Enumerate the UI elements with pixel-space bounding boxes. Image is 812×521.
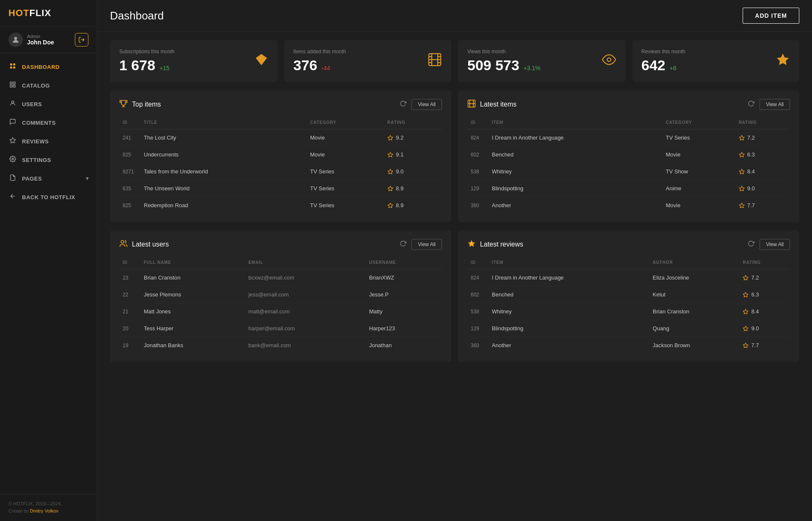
cell-category: Movie — [307, 146, 384, 163]
cell-rating: 9.2 — [384, 129, 442, 146]
cell-title: Tales from the Underworld — [140, 163, 307, 180]
sidebar-label-back: BACK TO HOTFLIX — [22, 194, 75, 200]
col-author: AUTHOR — [649, 258, 739, 269]
col-id: ID — [467, 258, 488, 269]
stat-views-change: +3.1% — [524, 65, 540, 71]
pages-icon — [8, 174, 17, 183]
cell-id: 538 — [467, 303, 488, 320]
cell-id: 129 — [467, 180, 488, 197]
svg-point-38 — [121, 240, 124, 243]
sidebar-item-back[interactable]: BACK TO HOTFLIX — [0, 188, 97, 206]
cell-rating: 6.3 — [739, 286, 790, 303]
col-category: CATEGORY — [662, 118, 735, 129]
stat-reviews-change: +8 — [669, 65, 676, 71]
cell-item: Whitney — [488, 163, 662, 180]
cell-id: 824 — [467, 269, 488, 286]
cell-rating: 8.4 — [739, 303, 790, 320]
table-row: 824 I Dream in Another Language Eliza Jo… — [467, 269, 790, 286]
table-row: 129 Blindspotting Anime 9.0 — [467, 180, 790, 197]
cell-rating: 8.4 — [735, 163, 790, 180]
table-row: 635 The Unseen World TV Series 8.9 — [119, 180, 442, 197]
eye-icon — [602, 52, 616, 70]
latest-items-panel: Latest items View All ID ITEM CATEGORY R… — [458, 90, 799, 222]
cell-category: Movie — [662, 146, 735, 163]
cell-username: Jonathan — [366, 337, 442, 354]
cell-item: I Dream in Another Language — [488, 129, 662, 146]
col-id: ID — [119, 258, 140, 269]
user-info: Admin John Doe — [8, 33, 54, 47]
top-panels-row: Top items View All ID TITLE CATEGORY RAT… — [97, 90, 812, 230]
svg-point-12 — [12, 158, 14, 160]
cell-category: Movie — [307, 129, 384, 146]
latest-users-title: Latest users — [132, 241, 169, 248]
svg-point-22 — [607, 58, 611, 61]
cell-rating: 8.9 — [384, 197, 442, 214]
sidebar-item-settings[interactable]: SETTINGS — [0, 151, 97, 169]
cell-id: 824 — [467, 129, 488, 146]
stat-subscriptions-value: 1 678 +15 — [119, 57, 268, 74]
cell-id: 360 — [467, 197, 488, 214]
settings-icon — [8, 156, 17, 164]
stat-subscriptions-label: Subscriptions this month — [119, 49, 268, 55]
latest-reviews-panel: Latest reviews View All ID ITEM AUTHOR R… — [458, 230, 799, 362]
cell-rating: 7.2 — [735, 129, 790, 146]
svg-rect-8 — [10, 85, 12, 87]
sidebar-item-pages[interactable]: PAGES ▾ — [0, 169, 97, 188]
stat-subscriptions: Subscriptions this month 1 678 +15 — [110, 40, 277, 82]
svg-marker-11 — [10, 137, 15, 143]
stat-views: Views this month 509 573 +3.1% — [458, 40, 625, 82]
table-row: 129 Blindspotting Quang 9.0 — [467, 320, 790, 337]
latest-users-refresh-button[interactable] — [400, 240, 406, 249]
sidebar-item-catalog[interactable]: CATALOG — [0, 76, 97, 95]
latest-items-view-all-button[interactable]: View All — [760, 99, 790, 110]
cell-name: Tess Harper — [140, 320, 245, 337]
svg-marker-39 — [468, 240, 475, 247]
latest-items-title: Latest items — [480, 101, 516, 108]
cell-title: The Lost City — [140, 129, 307, 146]
cell-author: Jackson Brown — [649, 337, 739, 354]
reviews-icon — [8, 137, 17, 145]
col-id: ID — [467, 118, 488, 129]
star-icon — [776, 52, 790, 70]
sidebar-item-reviews[interactable]: REVIEWS — [0, 132, 97, 151]
table-row: 538 Whitney Brian Cranston 8.4 — [467, 303, 790, 320]
top-items-view-all-button[interactable]: View All — [411, 99, 442, 110]
latest-items-refresh-button[interactable] — [748, 100, 754, 109]
stat-items-change: -44 — [321, 65, 330, 71]
cell-id: 19 — [119, 337, 140, 354]
latest-reviews-view-all-button[interactable]: View All — [760, 239, 790, 250]
catalog-icon — [8, 81, 17, 90]
cell-item: Another — [488, 337, 649, 354]
latest-items-table: ID ITEM CATEGORY RATING 824 I Dream in A… — [467, 118, 790, 214]
cell-id: 602 — [467, 146, 488, 163]
latest-reviews-refresh-button[interactable] — [748, 240, 754, 249]
trophy-icon — [119, 99, 128, 110]
table-row: 602 Benched Movie 6.3 — [467, 146, 790, 163]
svg-marker-34 — [739, 152, 744, 157]
cell-id: 538 — [467, 163, 488, 180]
cell-name: Jonathan Banks — [140, 337, 245, 354]
add-item-button[interactable]: ADD ITEM — [743, 8, 799, 24]
svg-rect-2 — [10, 63, 12, 66]
top-items-refresh-button[interactable] — [400, 100, 406, 109]
cell-category: TV Series — [307, 163, 384, 180]
credit-link[interactable]: Dmitry Volkov — [30, 508, 58, 513]
sidebar-item-dashboard[interactable]: DASHBOARD — [0, 58, 97, 76]
svg-marker-23 — [777, 53, 789, 65]
sidebar-item-users[interactable]: USERS — [0, 95, 97, 113]
latest-users-table: ID FULL NAME EMAIL USERNAME 23 Brian Cra… — [119, 258, 442, 354]
cell-email: matt@email.com — [245, 303, 365, 320]
svg-marker-28 — [388, 203, 393, 208]
latest-users-view-all-button[interactable]: View All — [411, 239, 442, 250]
col-rating: RATING — [384, 118, 442, 129]
stat-views-label: Views this month — [467, 49, 616, 55]
logout-button[interactable] — [75, 33, 88, 47]
svg-rect-4 — [10, 66, 12, 69]
sidebar-label-comments: COMMENTS — [22, 120, 56, 126]
cell-email: jess@email.com — [245, 286, 365, 303]
cell-rating: 6.3 — [735, 146, 790, 163]
back-icon — [8, 193, 17, 201]
cell-item: Benched — [488, 146, 662, 163]
latest-reviews-table: ID ITEM AUTHOR RATING 824 I Dream in Ano… — [467, 258, 790, 354]
sidebar-item-comments[interactable]: COMMENTS — [0, 113, 97, 132]
